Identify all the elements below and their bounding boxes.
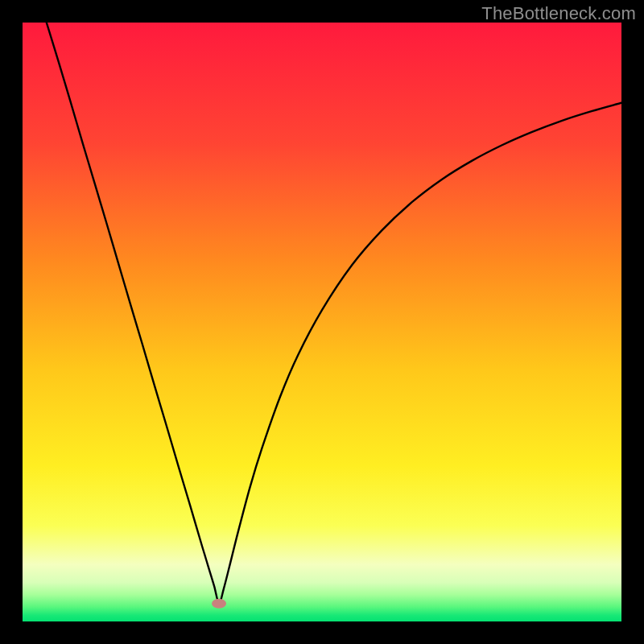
watermark-text: TheBottleneck.com — [481, 3, 636, 24]
plot-area — [23, 23, 621, 621]
chart-canvas — [23, 23, 621, 621]
minimum-marker — [212, 599, 226, 609]
chart-stage: TheBottleneck.com — [0, 0, 644, 644]
gradient-background — [23, 23, 621, 621]
